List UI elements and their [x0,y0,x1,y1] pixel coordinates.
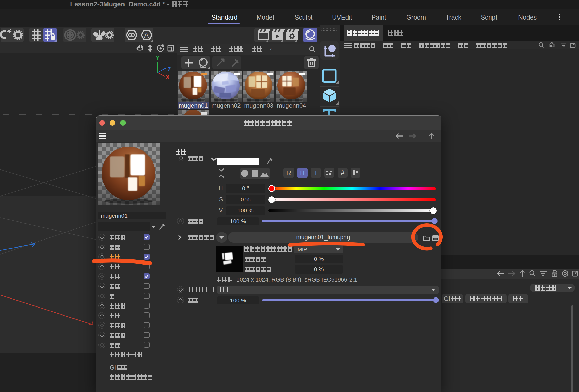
svg-text:Y: Y [156,55,160,61]
svg-text:X: X [166,74,170,80]
svg-text:A: A [144,31,149,39]
svg-text:Z: Z [167,66,171,73]
